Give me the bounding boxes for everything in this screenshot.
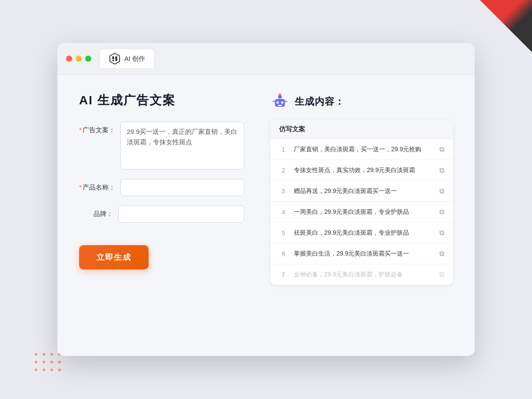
- row-number: 4: [279, 209, 288, 216]
- window-controls: [66, 56, 91, 62]
- row-number: 6: [279, 250, 288, 257]
- browser-window: AI 创作 AI 生成广告文案 *广告文案： 29.9买一送一，真正的厂家直销，…: [57, 43, 475, 356]
- table-row: 2专抹女性斑点，真实功效，29.9元美白淡斑霜⧉: [270, 160, 453, 181]
- corner-decoration: [480, 0, 532, 52]
- result-header: 生成内容：: [270, 92, 453, 111]
- robot-icon: [270, 92, 289, 111]
- maximize-button[interactable]: [85, 56, 91, 62]
- svg-marker-0: [110, 53, 120, 64]
- brand-input[interactable]: 好白: [118, 206, 244, 223]
- table-header: 仿写文案: [270, 120, 453, 139]
- svg-point-6: [276, 101, 279, 103]
- result-title-label: 生成内容：: [295, 95, 345, 108]
- browser-tab[interactable]: AI 创作: [100, 49, 154, 68]
- right-panel: 生成内容： 仿写文案 1厂家直销，美白淡斑霜，买一送一，29.9元抢购⧉2专抹女…: [270, 92, 453, 285]
- close-button[interactable]: [66, 56, 72, 62]
- svg-rect-1: [112, 56, 114, 59]
- product-label: *产品名称：: [79, 179, 120, 192]
- required-star-ad: *: [79, 126, 82, 133]
- svg-rect-2: [115, 56, 117, 61]
- svg-point-13: [279, 93, 281, 96]
- tab-title-label: AI 创作: [124, 55, 145, 63]
- title-bar: AI 创作: [57, 43, 475, 75]
- table-row: 5祛斑美白，29.9元美白淡斑霜，专业护肤品⧉: [270, 223, 453, 243]
- table-row: 7女神必备，29.9元美白淡斑霜，护肤必备⧉: [270, 264, 453, 285]
- required-star-product: *: [79, 183, 82, 191]
- row-text: 祛斑美白，29.9元美白淡斑霜，专业护肤品: [294, 228, 433, 237]
- svg-rect-3: [112, 60, 114, 61]
- row-number: 2: [279, 167, 288, 174]
- main-content: AI 生成广告文案 *广告文案： 29.9买一送一，真正的厂家直销，美白淡斑霜，…: [57, 75, 475, 302]
- table-row: 6掌握美白生活，29.9元美白淡斑霜买一送一⧉: [270, 243, 453, 264]
- table-row: 1厂家直销，美白淡斑霜，买一送一，29.9元抢购⧉: [270, 139, 453, 160]
- dots-decoration: [35, 353, 63, 373]
- table-row: 4一周美白，29.9元美白淡斑霜，专业护肤品⧉: [270, 202, 453, 223]
- row-text: 厂家直销，美白淡斑霜，买一送一，29.9元抢购: [294, 145, 433, 154]
- generate-button[interactable]: 立即生成: [79, 245, 149, 269]
- row-number: 3: [279, 188, 288, 195]
- copy-icon[interactable]: ⧉: [439, 229, 444, 237]
- ad-copy-group: *广告文案： 29.9买一送一，真正的厂家直销，美白淡斑霜，专抹女性斑点: [79, 122, 244, 170]
- copy-icon[interactable]: ⧉: [439, 146, 444, 153]
- row-text: 专抹女性斑点，真实功效，29.9元美白淡斑霜: [294, 166, 433, 175]
- copy-icon[interactable]: ⧉: [439, 166, 444, 174]
- svg-point-7: [281, 101, 283, 103]
- copy-icon[interactable]: ⧉: [439, 250, 444, 258]
- row-text: 女神必备，29.9元美白淡斑霜，护肤必备: [294, 270, 433, 279]
- ad-copy-input[interactable]: 29.9买一送一，真正的厂家直销，美白淡斑霜，专抹女性斑点: [120, 122, 244, 170]
- brand-label: 品牌：: [79, 206, 118, 218]
- product-name-input[interactable]: 美白淡斑霜: [120, 179, 244, 196]
- row-number: 1: [279, 146, 288, 153]
- row-number: 5: [279, 229, 288, 236]
- results-table: 仿写文案 1厂家直销，美白淡斑霜，买一送一，29.9元抢购⧉2专抹女性斑点，真实…: [270, 120, 453, 285]
- svg-rect-8: [278, 105, 282, 106]
- copy-icon[interactable]: ⧉: [439, 271, 444, 279]
- row-number: 7: [279, 271, 288, 278]
- minimize-button[interactable]: [76, 56, 82, 62]
- table-row: 3赠品再送，29.9元美白淡斑霜买一送一⧉: [270, 181, 453, 202]
- product-name-group: *产品名称： 美白淡斑霜: [79, 179, 244, 196]
- left-panel: AI 生成广告文案 *广告文案： 29.9买一送一，真正的厂家直销，美白淡斑霜，…: [79, 92, 244, 285]
- ad-copy-label: *广告文案：: [79, 122, 120, 134]
- ai-logo-icon: [109, 53, 121, 65]
- page-title: AI 生成广告文案: [79, 92, 244, 109]
- row-text: 掌握美白生活，29.9元美白淡斑霜买一送一: [294, 249, 433, 258]
- copy-icon[interactable]: ⧉: [439, 208, 444, 216]
- row-text: 赠品再送，29.9元美白淡斑霜买一送一: [294, 186, 433, 196]
- results-container: 1厂家直销，美白淡斑霜，买一送一，29.9元抢购⧉2专抹女性斑点，真实功效，29…: [270, 139, 453, 285]
- brand-group: 品牌： 好白: [79, 206, 244, 223]
- row-text: 一周美白，29.9元美白淡斑霜，专业护肤品: [294, 207, 433, 216]
- copy-icon[interactable]: ⧉: [439, 187, 444, 195]
